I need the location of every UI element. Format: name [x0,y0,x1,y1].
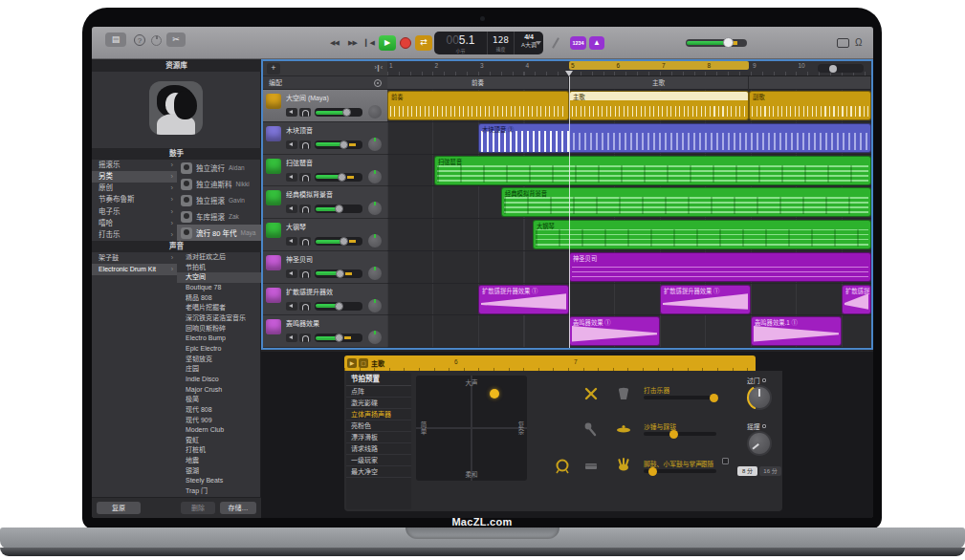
mute-button[interactable] [286,334,297,342]
lane-strum-arp[interactable]: 扫弦琶音 [387,155,871,187]
region-woodblock[interactable]: 木块顶音 ② [478,123,871,153]
arrangement-track-label[interactable]: 编配 [263,76,387,90]
track-header[interactable]: 经典模拟背景音 [263,186,387,219]
track-volume-slider[interactable] [315,334,362,342]
playhead[interactable] [569,76,570,348]
region-analog-pad[interactable]: 经典模拟背景音 [501,187,871,217]
editors-scissors-button[interactable]: ✂ [166,32,186,47]
track-volume-slider[interactable] [315,205,362,213]
lane-analog-pad[interactable]: 经典模拟背景音 [387,186,871,219]
sixteenth-note-button[interactable]: 16 分 [759,466,781,476]
lane-riser-fx[interactable]: 扩散感提升器效果 ① 扩散感提升器效果 ① 扩散感提 [387,284,871,316]
track-volume-slider[interactable] [315,108,362,117]
track-header[interactable]: 神圣贝司 [263,251,387,284]
sound-preset-item[interactable]: Trap 门 [177,486,261,497]
editor-region-bar[interactable]: ▶ ▢ 主歌 6 7 [344,355,756,371]
track-header[interactable]: 扫弦琶音 [263,155,387,187]
track-header[interactable]: 大空间 (Maya) [263,90,387,122]
mute-button[interactable] [286,140,297,149]
region-chorus[interactable]: 副歌 [749,91,871,120]
track-volume-slider[interactable] [315,302,362,311]
solo-button[interactable] [299,302,311,311]
pan-knob[interactable] [368,267,382,280]
track-header[interactable]: 轰鸣器效果 [263,315,387,348]
eighth-note-button[interactable]: 8 分 [737,466,757,476]
track-zoom-icons[interactable]: ›❙‹ [374,64,382,72]
sound-preset-item[interactable]: 霓虹 [177,436,261,446]
drummer-item[interactable]: 独立迪斯科 Nikki [177,176,261,192]
beat-preset-item[interactable]: 立体声扬声器 [346,409,411,420]
count-in-button[interactable]: 1234 [570,36,586,50]
sound-preset-item[interactable]: 地震 [177,456,261,466]
lcd-tempo[interactable]: 128 速度 [488,32,515,54]
shaker-hats-slider[interactable] [644,432,716,436]
pan-knob[interactable] [368,202,382,215]
pan-knob[interactable] [368,234,382,248]
track-header[interactable]: 大钢琴 [263,219,387,251]
track-volume-slider[interactable] [315,140,362,149]
shaker-icon[interactable] [583,421,599,437]
lcd-display[interactable]: 005.1 小节 128 速度 4/4 A大调 [434,32,543,54]
mute-button[interactable] [286,237,297,246]
mute-button[interactable] [286,108,297,117]
lane-grand-piano[interactable]: 大钢琴 [387,219,871,251]
mute-button[interactable] [286,269,297,278]
region-strum-arp[interactable]: 扫弦琶音 [434,156,871,185]
track-header[interactable]: 扩散感提升器效 [263,284,387,316]
xy-pad[interactable]: 大声 柔和 简单 复杂 [416,376,527,481]
sound-preset-item[interactable]: Modern Club [177,425,261,436]
sound-preset-item[interactable]: 深沉铁克诺浩室音乐 [177,313,261,324]
solo-button[interactable] [299,108,311,117]
follow-checkbox[interactable] [722,458,729,464]
smart-controls-icon[interactable] [151,35,162,46]
add-track-button[interactable]: + [267,63,280,75]
mute-button[interactable] [286,302,297,311]
track-volume-slider[interactable] [315,173,362,182]
solo-button[interactable] [299,269,311,278]
media-browser-icon[interactable] [837,38,849,48]
sound-preset-item[interactable]: 老唱片挖掘者 [177,303,261,313]
solo-button[interactable] [299,173,311,182]
volume-knob[interactable] [338,173,346,182]
mute-button[interactable] [286,205,297,213]
gear-icon[interactable] [374,79,382,87]
beat-preset-item[interactable]: 激光影碟 [346,398,411,409]
revert-button[interactable]: 复原 [97,502,141,514]
region-grand-piano[interactable]: 大钢琴 [533,220,871,249]
volume-knob[interactable] [340,140,348,149]
volume-knob[interactable] [342,108,351,117]
swing-knob[interactable] [747,431,772,456]
pan-knob[interactable] [368,299,382,312]
quick-help-icon[interactable]: ? [134,34,145,46]
arrangement-section-next[interactable] [749,76,871,90]
sound-preset-item[interactable]: 精品 808 [177,293,261,304]
lane-bass[interactable]: 神圣贝司 [387,251,871,284]
kit-category-item[interactable]: Electronic Drum Kit› [92,264,177,275]
lane-woodblock[interactable]: 木块顶音 ② [387,122,871,155]
delete-button[interactable]: 删除 [181,502,215,514]
beat-preset-item[interactable]: 最大净空 [346,466,411,478]
arrangement-section-intro[interactable]: 前奏 [387,76,569,90]
arrangement-section-verse[interactable]: 主歌 [569,76,749,90]
snare-drum-icon[interactable] [583,459,599,474]
sound-preset-item[interactable]: 现代 808 [177,405,261,416]
sound-preset-item[interactable]: Electro Bump [177,334,261,344]
sound-preset-item[interactable]: 极简 [177,395,261,405]
sound-preset-item[interactable]: 节拍机 [177,263,261,273]
fills-knob[interactable] [747,385,772,410]
sound-preset-item[interactable]: Epic Electro [177,344,261,355]
drummer-item[interactable]: 独立流行 Aidan [177,160,261,176]
forward-button[interactable]: ▶▶ [348,39,357,47]
region-riser-1[interactable]: 扩散感提升器效果 ① [478,285,569,314]
loop-browser-icon[interactable]: Ω [855,38,862,48]
sound-preset-item[interactable]: Major Crush [177,385,261,396]
mute-button[interactable] [286,173,297,182]
sound-preset-item[interactable]: 打桩机 [177,445,261,456]
kick-snare-claps-slider[interactable] [644,469,716,473]
genre-item[interactable]: 嘻哈› [92,218,177,229]
cycle-button[interactable]: ⇄ [415,35,432,51]
solo-button[interactable] [299,205,311,213]
volume-knob[interactable] [336,269,344,278]
genre-item[interactable]: 打击乐› [92,229,177,241]
sound-preset-item[interactable]: 庄园 [177,364,261,375]
